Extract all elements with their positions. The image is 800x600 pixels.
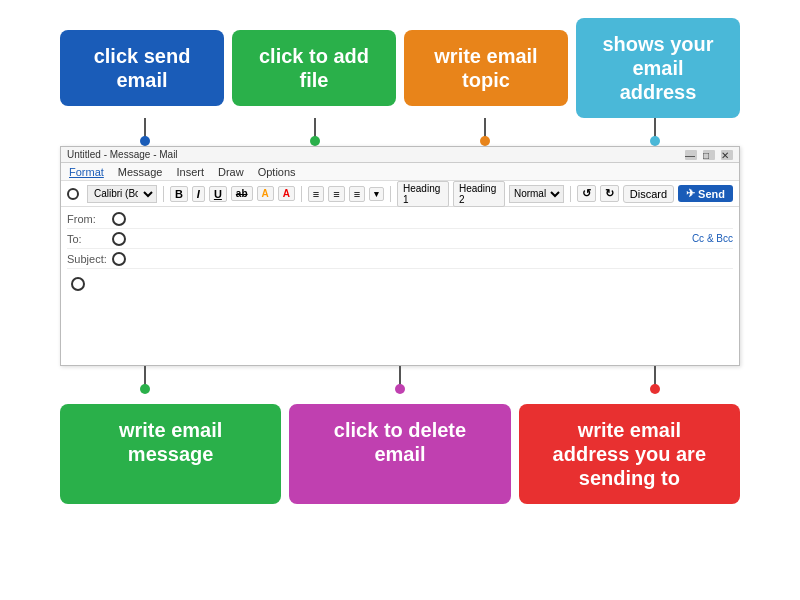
from-circle-indicator bbox=[112, 212, 126, 226]
close-button[interactable]: ✕ bbox=[721, 150, 733, 160]
redo-button[interactable]: ↻ bbox=[600, 185, 619, 202]
list-arrow[interactable]: ▾ bbox=[369, 187, 384, 201]
connector-dot-delete bbox=[395, 384, 405, 394]
write-message-bubble[interactable]: write email message bbox=[60, 404, 281, 504]
highlight-button[interactable]: A bbox=[257, 186, 274, 201]
list-ul-button[interactable]: ≡ bbox=[308, 186, 324, 202]
bold-button[interactable]: B bbox=[170, 186, 188, 202]
font-select[interactable]: Calibri (Body) bbox=[87, 185, 157, 203]
connector-dot-sendto bbox=[650, 384, 660, 394]
undo-button[interactable]: ↺ bbox=[577, 185, 596, 202]
align-button[interactable]: ≡ bbox=[349, 186, 365, 202]
subject-field-row: Subject: bbox=[67, 249, 733, 269]
send-button[interactable]: ✈ Send bbox=[678, 185, 733, 202]
toolbar-separator-3 bbox=[390, 186, 391, 202]
toolbar-separator-4 bbox=[570, 186, 571, 202]
list-ol-button[interactable]: ≡ bbox=[328, 186, 344, 202]
strikethrough-button[interactable]: ab bbox=[231, 186, 253, 201]
italic-button[interactable]: I bbox=[192, 186, 205, 202]
subject-input[interactable] bbox=[130, 253, 733, 265]
to-input[interactable] bbox=[130, 233, 692, 245]
add-file-bubble[interactable]: click to add file bbox=[232, 30, 396, 106]
toolbar-circle-indicator bbox=[67, 188, 79, 200]
cc-bcc-link[interactable]: Cc & Bcc bbox=[692, 233, 733, 244]
to-circle-indicator bbox=[112, 232, 126, 246]
minimize-button[interactable]: — bbox=[685, 150, 697, 160]
email-body[interactable] bbox=[61, 271, 739, 351]
to-field-row: To: Cc & Bcc bbox=[67, 229, 733, 249]
window-titlebar: Untitled - Message - Mail — □ ✕ bbox=[61, 147, 739, 163]
connector-dot-send bbox=[140, 136, 150, 146]
connector-dot-attach bbox=[310, 136, 320, 146]
to-label: To: bbox=[67, 233, 112, 245]
connector-dot-topic bbox=[480, 136, 490, 146]
bottom-connectors bbox=[60, 366, 740, 396]
maximize-button[interactable]: □ bbox=[703, 150, 715, 160]
menu-message[interactable]: Message bbox=[118, 166, 163, 178]
subject-label: Subject: bbox=[67, 253, 112, 265]
menu-insert[interactable]: Insert bbox=[176, 166, 204, 178]
email-window: Untitled - Message - Mail — □ ✕ Format M… bbox=[60, 146, 740, 366]
toolbar-separator-1 bbox=[163, 186, 164, 202]
menu-draw[interactable]: Draw bbox=[218, 166, 244, 178]
send-email-bubble[interactable]: click send email bbox=[60, 30, 224, 106]
menu-options[interactable]: Options bbox=[258, 166, 296, 178]
from-label: From: bbox=[67, 213, 112, 225]
heading2-button[interactable]: Heading 2 bbox=[453, 181, 505, 207]
subject-circle-indicator bbox=[112, 252, 126, 266]
style-select[interactable]: Normal bbox=[509, 185, 564, 203]
delete-email-bubble[interactable]: click to delete email bbox=[289, 404, 510, 504]
connector-dot-message bbox=[140, 384, 150, 394]
connector-dot-from bbox=[650, 136, 660, 146]
top-annotations-area: click send email click to add file write… bbox=[0, 0, 800, 118]
from-field-row: From: bbox=[67, 209, 733, 229]
toolbar: Calibri (Body) B I U ab A A ≡ ≡ ≡ ▾ Head… bbox=[61, 181, 739, 207]
discard-button[interactable]: Discard bbox=[623, 185, 674, 203]
email-address-bubble[interactable]: shows your email address bbox=[576, 18, 740, 118]
bottom-annotations-area: write email message click to delete emai… bbox=[0, 404, 800, 504]
body-circle-indicator bbox=[71, 277, 85, 291]
menu-bar: Format Message Insert Draw Options bbox=[61, 163, 739, 181]
window-controls: — □ ✕ bbox=[685, 150, 733, 160]
top-connectors bbox=[60, 118, 740, 146]
underline-button[interactable]: U bbox=[209, 186, 227, 202]
send-to-bubble[interactable]: write email address you are sending to bbox=[519, 404, 740, 504]
email-topic-bubble[interactable]: write email topic bbox=[404, 30, 568, 106]
heading1-button[interactable]: Heading 1 bbox=[397, 181, 449, 207]
window-title-text: Untitled - Message - Mail bbox=[67, 149, 178, 160]
toolbar-separator-2 bbox=[301, 186, 302, 202]
font-color-button[interactable]: A bbox=[278, 186, 295, 201]
from-input[interactable] bbox=[130, 213, 733, 225]
email-fields: From: To: Cc & Bcc Subject: bbox=[61, 207, 739, 271]
menu-format[interactable]: Format bbox=[69, 166, 104, 178]
window-title-left: Untitled - Message - Mail bbox=[67, 149, 178, 160]
send-icon: ✈ bbox=[686, 187, 695, 200]
